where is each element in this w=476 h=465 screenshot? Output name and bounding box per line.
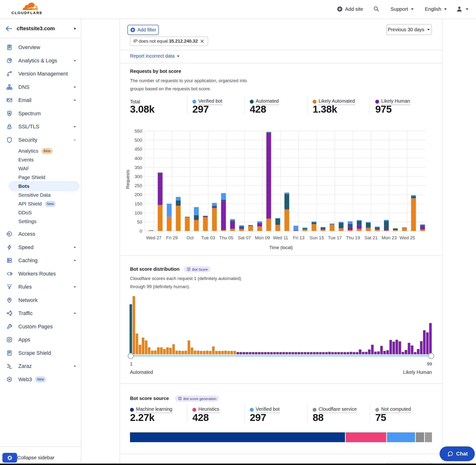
svg-text:Thu 05: Thu 05 (219, 235, 233, 240)
svg-text:300: 300 (135, 174, 142, 179)
svg-text:Mon 23: Mon 23 (382, 235, 397, 240)
svg-text:Wed 11: Wed 11 (273, 235, 288, 240)
svg-text:Requests: Requests (125, 170, 130, 189)
svg-text:Fri 13: Fri 13 (293, 235, 305, 240)
svg-text:500: 500 (135, 137, 142, 143)
svg-text:0: 0 (139, 229, 142, 233)
svg-text:Time (local): Time (local) (269, 245, 293, 250)
svg-text:Sun 15: Sun 15 (309, 235, 324, 240)
svg-text:250: 250 (135, 183, 142, 188)
svg-text:Fri 29: Fri 29 (166, 235, 178, 240)
svg-text:Thu 19: Thu 19 (346, 235, 360, 240)
svg-text:400: 400 (135, 156, 142, 161)
svg-text:550: 550 (135, 128, 142, 134)
svg-text:Sat 07: Sat 07 (238, 235, 251, 240)
svg-text:50: 50 (137, 220, 142, 224)
svg-text:200: 200 (135, 192, 142, 197)
svg-text:450: 450 (135, 147, 142, 152)
svg-text:Tue 17: Tue 17 (328, 235, 342, 240)
svg-text:Mon 09: Mon 09 (255, 235, 270, 240)
svg-text:Tue 03: Tue 03 (201, 235, 215, 240)
svg-text:100: 100 (135, 211, 142, 215)
svg-text:350: 350 (135, 165, 142, 170)
svg-text:150: 150 (135, 201, 142, 206)
svg-text:Wed 27: Wed 27 (146, 235, 161, 240)
svg-text:Sat 21: Sat 21 (365, 235, 378, 240)
svg-text:Oct: Oct (186, 235, 194, 240)
svg-text:Wed 25: Wed 25 (400, 235, 415, 240)
